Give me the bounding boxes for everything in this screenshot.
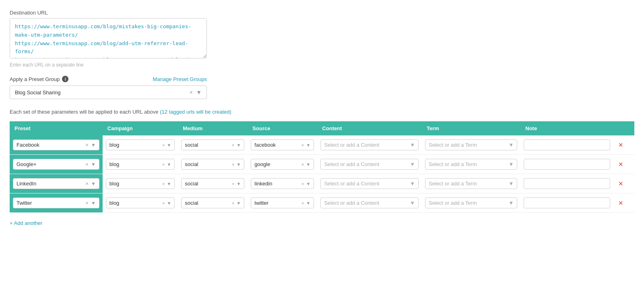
note-input-1[interactable] <box>524 159 610 170</box>
source-chevron-2[interactable]: ▼ <box>306 181 311 186</box>
campaign-cell-1: blog × ▼ <box>103 155 178 174</box>
preset-pill-chevron-3[interactable]: ▼ <box>91 200 96 206</box>
source-value-2: linkedin <box>254 181 272 187</box>
medium-clear-1[interactable]: × <box>232 162 234 167</box>
preset-group-select-icons: × ▼ <box>190 89 202 96</box>
term-chevron-2: ▼ <box>508 181 514 187</box>
campaign-icons-2: × ▼ <box>162 181 171 186</box>
campaign-icons-3: × ▼ <box>162 201 171 206</box>
chevron-down-icon[interactable]: ▼ <box>196 89 202 96</box>
term-cell-1: Select or add a Term ▼ <box>422 155 520 174</box>
note-input-3[interactable] <box>524 197 610 208</box>
preset-pill-chevron-2[interactable]: ▼ <box>91 181 96 187</box>
source-clear-3[interactable]: × <box>301 201 304 206</box>
medium-pill-2[interactable]: social × ▼ <box>181 178 244 189</box>
source-chevron-1[interactable]: ▼ <box>306 162 311 167</box>
medium-pill-0[interactable]: social × ▼ <box>181 139 244 150</box>
delete-row-button-1[interactable]: ✕ <box>617 161 625 168</box>
preset-pill-clear-1[interactable]: × <box>85 161 89 167</box>
preset-pill-2[interactable]: LinkedIn × ▼ <box>13 178 99 189</box>
source-icons-3: × ▼ <box>301 201 310 206</box>
preset-pill-chevron-1[interactable]: ▼ <box>91 162 96 167</box>
medium-value-0: social <box>185 142 198 148</box>
source-icons-2: × ▼ <box>301 181 310 186</box>
medium-chevron-1[interactable]: ▼ <box>236 162 241 167</box>
note-input-2[interactable] <box>524 178 610 189</box>
content-select-0[interactable]: Select or add a Content ▼ <box>320 139 419 150</box>
medium-clear-0[interactable]: × <box>232 143 234 148</box>
source-chevron-0[interactable]: ▼ <box>306 143 311 148</box>
campaign-chevron-1[interactable]: ▼ <box>167 162 171 167</box>
source-pill-1[interactable]: google × ▼ <box>251 159 314 170</box>
medium-clear-2[interactable]: × <box>232 181 234 186</box>
note-input-0[interactable] <box>524 139 610 150</box>
content-placeholder-2: Select or add a Content <box>324 181 379 187</box>
medium-value-2: social <box>185 181 198 187</box>
campaign-clear-2[interactable]: × <box>162 181 165 186</box>
campaign-pill-3[interactable]: blog × ▼ <box>106 197 175 208</box>
source-cell-1: google × ▼ <box>248 155 317 174</box>
source-chevron-3[interactable]: ▼ <box>306 201 311 206</box>
source-clear-1[interactable]: × <box>301 162 304 167</box>
term-cell-3: Select or add a Term ▼ <box>422 193 520 213</box>
campaign-value-2: blog <box>109 181 120 187</box>
medium-icons-1: × ▼ <box>232 162 241 167</box>
preset-pill-3[interactable]: Twitter × ▼ <box>13 197 99 208</box>
preset-pill-clear-3[interactable]: × <box>85 200 89 206</box>
source-pill-0[interactable]: facebook × ▼ <box>251 139 314 150</box>
clear-icon[interactable]: × <box>190 89 193 96</box>
medium-pill-1[interactable]: social × ▼ <box>181 159 244 170</box>
preset-group-dropdown[interactable]: Blog Social Sharing × ▼ <box>10 85 207 99</box>
content-select-2[interactable]: Select or add a Content ▼ <box>320 178 419 189</box>
term-placeholder-3: Select or add a Term <box>429 200 477 206</box>
term-select-2[interactable]: Select or add a Term ▼ <box>425 178 517 189</box>
content-chevron-2: ▼ <box>410 181 415 187</box>
source-pill-2[interactable]: linkedin × ▼ <box>251 178 314 189</box>
preset-group-selected-value: Blog Social Sharing <box>15 89 60 96</box>
campaign-clear-0[interactable]: × <box>162 143 165 148</box>
campaign-chevron-2[interactable]: ▼ <box>167 181 171 186</box>
medium-cell-3: social × ▼ <box>178 193 248 213</box>
add-another-button[interactable]: + Add another <box>10 220 42 226</box>
campaign-pill-0[interactable]: blog × ▼ <box>106 139 175 150</box>
content-select-1[interactable]: Select or add a Content ▼ <box>320 159 419 170</box>
medium-pill-3[interactable]: social × ▼ <box>181 197 244 208</box>
campaign-pill-1[interactable]: blog × ▼ <box>106 159 175 170</box>
term-select-0[interactable]: Select or add a Term ▼ <box>425 139 517 150</box>
campaign-pill-2[interactable]: blog × ▼ <box>106 178 175 189</box>
col-header-medium: Medium <box>178 121 248 135</box>
content-placeholder-1: Select or add a Content <box>324 161 379 167</box>
campaign-chevron-3[interactable]: ▼ <box>167 201 171 206</box>
preset-pill-text-1: Google+ <box>17 161 37 167</box>
tagged-info-prefix: Each set of these parameters will be app… <box>10 109 160 115</box>
content-chevron-0: ▼ <box>410 142 415 148</box>
preset-pill-chevron-0[interactable]: ▼ <box>91 142 96 148</box>
manage-preset-groups-link[interactable]: Manage Preset Groups <box>153 76 207 82</box>
info-icon[interactable]: i <box>62 76 68 82</box>
delete-row-button-3[interactable]: ✕ <box>617 199 625 207</box>
campaign-clear-1[interactable]: × <box>162 162 165 167</box>
note-cell-2 <box>520 174 613 193</box>
content-select-3[interactable]: Select or add a Content ▼ <box>320 197 419 208</box>
medium-chevron-2[interactable]: ▼ <box>236 181 241 186</box>
campaign-cell-3: blog × ▼ <box>103 193 178 213</box>
source-pill-3[interactable]: twitter × ▼ <box>251 197 314 208</box>
preset-pill-0[interactable]: Facebook × ▼ <box>13 139 99 150</box>
source-clear-0[interactable]: × <box>301 143 304 148</box>
medium-chevron-3[interactable]: ▼ <box>236 201 241 206</box>
preset-pill-1[interactable]: Google+ × ▼ <box>13 159 99 170</box>
source-clear-2[interactable]: × <box>301 181 304 186</box>
medium-chevron-0[interactable]: ▼ <box>236 143 241 148</box>
preset-pill-clear-0[interactable]: × <box>85 142 89 148</box>
campaign-clear-3[interactable]: × <box>162 201 165 206</box>
term-select-3[interactable]: Select or add a Term ▼ <box>425 197 517 208</box>
term-select-1[interactable]: Select or add a Term ▼ <box>425 159 517 170</box>
medium-clear-3[interactable]: × <box>232 201 234 206</box>
campaign-chevron-0[interactable]: ▼ <box>167 143 171 148</box>
preset-pill-clear-2[interactable]: × <box>85 181 89 187</box>
destination-url-input[interactable]: https://www.terminusapp.com/blog/mistake… <box>10 18 207 58</box>
delete-row-button-2[interactable]: ✕ <box>617 180 625 187</box>
medium-cell-1: social × ▼ <box>178 155 248 174</box>
campaign-value-1: blog <box>109 161 120 167</box>
delete-row-button-0[interactable]: ✕ <box>617 141 625 149</box>
